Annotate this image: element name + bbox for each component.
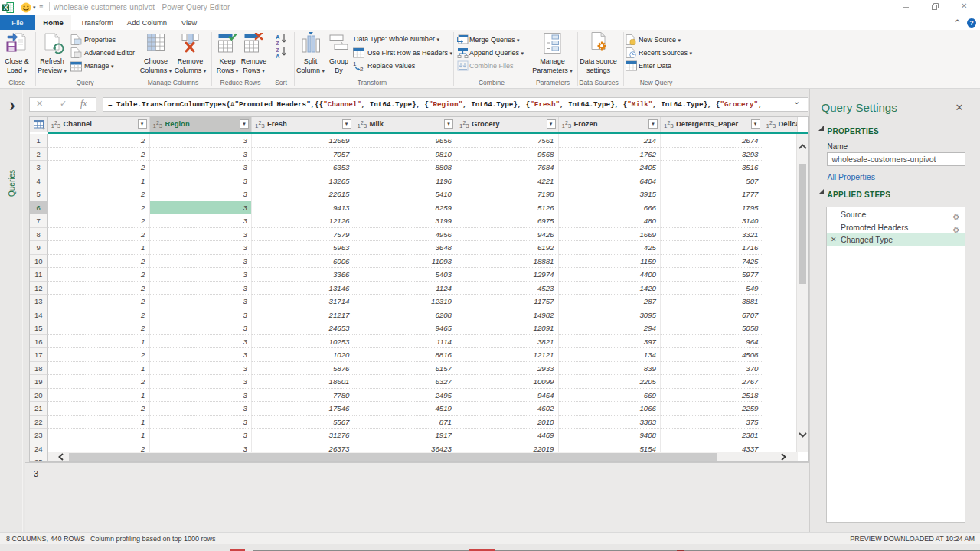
svg-text:A: A bbox=[276, 53, 280, 58]
svg-text:X: X bbox=[4, 4, 8, 11]
svg-text:2: 2 bbox=[360, 66, 364, 72]
svg-text:1: 1 bbox=[353, 60, 357, 67]
svg-text:Z: Z bbox=[276, 40, 279, 45]
